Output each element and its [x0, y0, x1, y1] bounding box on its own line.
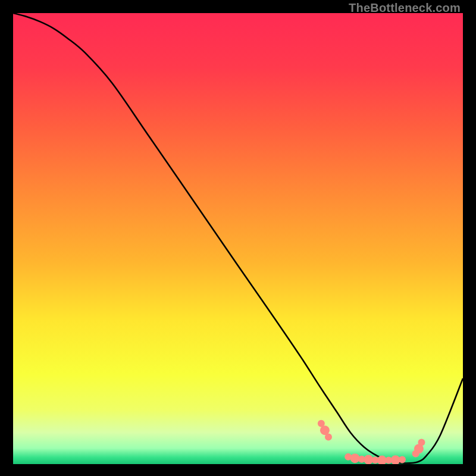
- plot-area: [13, 13, 463, 464]
- watermark-text: TheBottleneck.com: [349, 1, 461, 15]
- chart-svg: [13, 13, 463, 464]
- chart-frame: TheBottleneck.com: [0, 0, 476, 476]
- marker-dot: [325, 434, 332, 441]
- marker-dot: [418, 439, 425, 446]
- gradient-bg: [13, 13, 463, 464]
- marker-dot: [399, 456, 406, 463]
